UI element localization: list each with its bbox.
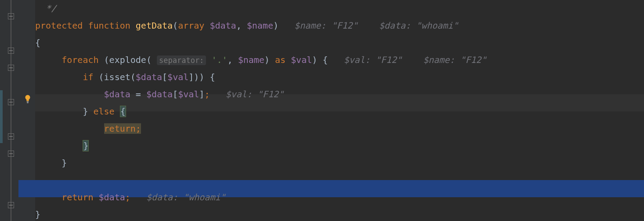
var-data: $data (99, 192, 125, 203)
code-line[interactable] (35, 172, 644, 189)
code-line[interactable]: } (35, 137, 644, 155)
code-line[interactable]: */ (35, 0, 644, 17)
fold-toggle-icon[interactable] (8, 48, 14, 54)
lightbulb-icon[interactable] (23, 94, 33, 104)
fold-toggle-icon[interactable] (8, 99, 14, 105)
fold-toggle-icon[interactable] (8, 151, 14, 157)
code-line[interactable]: } (35, 206, 644, 221)
keyword-return: return (62, 192, 93, 203)
fn-isset: isset (104, 72, 130, 82)
change-marker (0, 90, 3, 143)
var-val: $val (178, 89, 199, 99)
inlay-hint: $val: "F12" (226, 89, 284, 99)
code-line[interactable]: protected function getData(array $data, … (35, 17, 644, 34)
keyword-if: if (83, 72, 93, 82)
brace-close-match: } (83, 140, 89, 151)
fold-toggle-icon[interactable] (8, 13, 14, 19)
keyword-return: return (104, 123, 136, 134)
keyword-as: as (275, 55, 286, 65)
code-line[interactable]: } else { (35, 103, 644, 120)
keyword-else: else (93, 106, 114, 117)
inlay-hint: $data: "whoami" (379, 20, 459, 31)
param-hint-separator: separator: (157, 55, 206, 65)
var-data: $data (136, 72, 162, 82)
code-line[interactable]: return $data; $data: "whoami" (35, 189, 644, 206)
svg-rect-1 (27, 103, 29, 103)
string-dot: '.' (211, 55, 227, 65)
function-name: getData (136, 20, 173, 31)
var-val: $val (291, 55, 312, 65)
code-line[interactable]: foreach (explode( separator: '.', $name)… (35, 52, 644, 69)
keyword-protected: protected (35, 20, 83, 31)
var-data: $data (104, 89, 130, 99)
inlay-hint: $name: "F12" (294, 20, 358, 31)
inlay-hint: $val: "F12" (344, 55, 402, 65)
code-line[interactable]: } (35, 155, 644, 172)
inlay-hint: $data: "whoami" (146, 192, 226, 203)
code-line[interactable]: $data = $data[$val]; $val: "F12" (35, 86, 644, 103)
var-data: $data (146, 89, 173, 99)
fold-toggle-icon[interactable] (8, 65, 14, 71)
fn-explode: explode (109, 55, 146, 65)
type-array: array (178, 20, 204, 31)
fold-toggle-icon[interactable] (8, 133, 14, 140)
fold-guide-line (11, 0, 11, 221)
code-line[interactable]: if (isset($data[$val])) { (35, 69, 644, 86)
brace-open-match: { (120, 106, 126, 117)
keyword-foreach: foreach (62, 55, 98, 65)
keyword-function: function (88, 20, 130, 31)
var-name: $name (247, 20, 273, 31)
code-line[interactable]: { (35, 34, 644, 52)
gutter (0, 0, 18, 221)
code-line[interactable]: return; (35, 120, 644, 137)
var-data: $data (210, 20, 236, 31)
code-area[interactable]: */ protected function getData(array $dat… (35, 0, 644, 221)
comment-close: */ (46, 3, 56, 14)
var-val: $val (167, 72, 188, 82)
var-name: $name (238, 55, 264, 65)
svg-rect-0 (27, 102, 29, 102)
inlay-hint: $name: "F12" (423, 55, 487, 65)
fold-toggle-icon[interactable] (8, 202, 14, 208)
